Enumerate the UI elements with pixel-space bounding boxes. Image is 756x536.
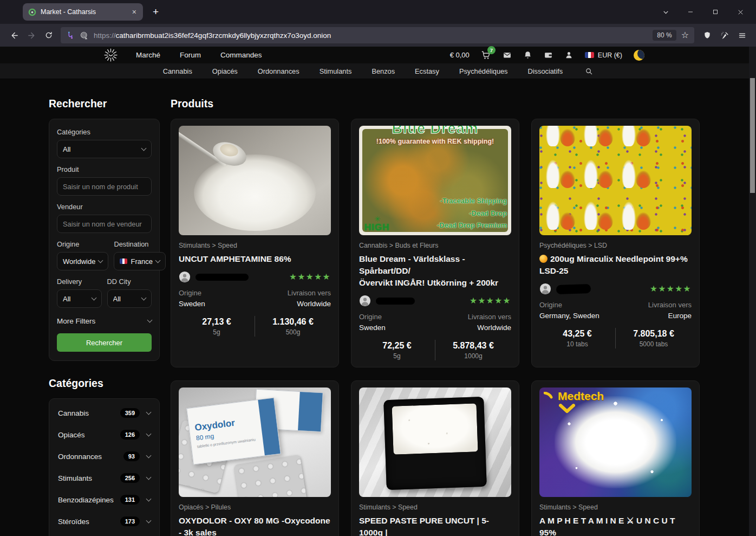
vendor-row[interactable]: ★★★★★	[179, 271, 331, 283]
product-title[interactable]: Blue Dream - Världsklass - Spårbart/DD/ …	[359, 253, 511, 289]
extension-proxy-icon[interactable]	[66, 31, 75, 40]
chevron-down-icon[interactable]	[146, 431, 152, 436]
wallet-button[interactable]	[544, 50, 553, 60]
product-card[interactable]: Blue Dream !100% guarantee with REK ship…	[351, 119, 519, 367]
maximize-button[interactable]	[703, 0, 728, 24]
sidebar-category-opiaces[interactable]: Opiacés 126	[49, 424, 159, 445]
page-scrollbar[interactable]	[749, 47, 756, 536]
catnav-stimulants[interactable]: Stimulants	[320, 67, 352, 75]
back-button[interactable]	[5, 27, 23, 43]
reload-button[interactable]	[40, 27, 57, 43]
product-title[interactable]: SPEED PASTE PURE UNCUT | 5-1000g | FREE …	[359, 515, 511, 536]
image-bullets: -Traceable Shipping -Dead Drop -Dead Dro…	[437, 195, 507, 232]
browser-tab[interactable]: Market - Catharsis ×	[23, 3, 143, 21]
destination-filter-value: France	[131, 257, 152, 266]
product-category-breadcrumb[interactable]: Opiacés > Pilules	[179, 503, 331, 511]
vendor-row[interactable]: ★★★★★	[539, 283, 692, 295]
cart-button[interactable]: 7	[481, 50, 491, 60]
product-title[interactable]: A M P H E T A M I N E ⚔ U N C U T 95%	[539, 515, 692, 536]
chevron-down-icon[interactable]	[146, 518, 152, 523]
site-logo-starburst-icon[interactable]	[104, 48, 118, 62]
product-image-medtech-amphetamine[interactable]: Medtech	[539, 388, 692, 497]
product-title[interactable]: OXYDOLOR - OXY 80 MG -Oxycodone - 3k sal…	[179, 515, 331, 536]
vendor-row[interactable]: ★★★★★	[359, 295, 511, 307]
nav-commandes[interactable]: Commandes	[220, 51, 262, 59]
nav-forum[interactable]: Forum	[180, 51, 201, 59]
messages-button[interactable]	[503, 50, 512, 60]
ddcity-filter-select[interactable]: All	[107, 289, 152, 308]
sidebar-category-ordonnances[interactable]: Ordonnances 93	[49, 445, 159, 467]
product-card[interactable]: Medtech Stimulants > Speed A M P H E T A…	[531, 380, 700, 536]
forward-button[interactable]	[23, 27, 40, 43]
product-title[interactable]: 200ug Miraculix Needlepoint 99+% LSD-25	[539, 253, 692, 277]
catnav-psychedeliques[interactable]: Psychédéliques	[459, 67, 508, 75]
search-section-title: Rechercher	[49, 98, 160, 110]
product-category-breadcrumb[interactable]: Psychédéliques > LSD	[539, 242, 692, 249]
dark-mode-moon-toggle[interactable]	[634, 50, 644, 61]
ships-to-label: Livraison vers	[648, 301, 692, 309]
close-window-button[interactable]	[728, 0, 753, 24]
tab-close-icon[interactable]: ×	[131, 8, 138, 16]
currency-selector[interactable]: EUR (€)	[585, 51, 622, 59]
catnav-cannabis[interactable]: Cannabis	[163, 67, 192, 75]
delivery-filter-select[interactable]: All	[57, 289, 102, 308]
menu-hamburger-icon[interactable]	[733, 27, 751, 43]
scrollbar-thumb[interactable]	[750, 78, 755, 193]
product-image-speed-paste[interactable]	[359, 388, 511, 497]
wallet-balance[interactable]: € 0,00	[450, 51, 470, 59]
minimize-button[interactable]	[678, 0, 703, 24]
product-category-breadcrumb[interactable]: Stimulants > Speed	[539, 503, 692, 511]
product-category-breadcrumb[interactable]: Stimulants > Speed	[359, 503, 511, 511]
ships-to-value: Europe	[648, 312, 692, 320]
catnav-opiaces[interactable]: Opiacés	[212, 67, 238, 75]
sidebar-category-steroides[interactable]: Stéroïdes 173	[49, 511, 159, 532]
tab-list-chevron-icon[interactable]	[653, 0, 678, 24]
product-image-powder-spoon[interactable]	[179, 126, 331, 235]
product-card[interactable]: Stimulants > Speed UNCUT AMPHETAMINE 86%…	[171, 119, 339, 367]
sidebar-category-ecstasy[interactable]: Ecstasy 83	[49, 532, 159, 536]
nav-marche[interactable]: Marché	[136, 51, 160, 59]
product-card[interactable]: Stimulants > Speed SPEED PASTE PURE UNCU…	[351, 380, 519, 536]
categories-filter-select[interactable]: All	[57, 140, 152, 158]
chevron-down-icon[interactable]	[146, 496, 152, 501]
url-bar[interactable]: https://catharibrmbuat2is36fef24gqf3rzcm…	[61, 27, 694, 43]
url-text[interactable]: https://catharibrmbuat2is36fef24gqf3rzcm…	[94, 31, 648, 40]
product-category-breadcrumb[interactable]: Cannabis > Buds et Fleurs	[359, 242, 511, 249]
origin-filter-select[interactable]: Worldwide	[57, 252, 108, 270]
sidebar-category-cannabis[interactable]: Cannabis 359	[49, 402, 159, 424]
product-image-blue-dream[interactable]: Blue Dream !100% guarantee with REK ship…	[359, 126, 511, 235]
price-row: 27,13 €5g 1.130,46 €500g	[179, 316, 331, 337]
product-card[interactable]: Psychédéliques > LSD 200ug Miraculix Nee…	[531, 119, 700, 367]
image-headline: Blue Dream	[359, 126, 511, 137]
sidebar-category-stimulants[interactable]: Stimulants 256	[49, 467, 159, 489]
catnav-ordonnances[interactable]: Ordonnances	[258, 67, 299, 75]
product-image-oxydolor-boxes[interactable]: Oxydolor 80 mg tabletki o przedluzonym u…	[179, 388, 331, 497]
destination-filter-select[interactable]: France	[114, 252, 165, 270]
more-filters-toggle[interactable]: More Filters	[57, 317, 152, 325]
product-card[interactable]: Oxydolor 80 mg tabletki o przedluzonym u…	[171, 380, 339, 536]
page-zoom-badge[interactable]: 80 %	[653, 30, 676, 41]
clear-data-broom-icon[interactable]	[716, 27, 733, 43]
catnav-dissociatifs[interactable]: Dissociatifs	[528, 67, 563, 75]
search-icon[interactable]	[585, 67, 593, 75]
bookmark-star-icon[interactable]: ☆	[681, 31, 689, 40]
chevron-down-icon[interactable]	[146, 409, 152, 415]
chevron-down-icon[interactable]	[146, 474, 152, 480]
catnav-benzos[interactable]: Benzos	[372, 67, 395, 75]
notifications-bell-button[interactable]	[523, 50, 532, 60]
sidebar-category-benzodiazepines[interactable]: Benzodiazépines 131	[49, 489, 159, 511]
price-low: 43,25 €	[539, 329, 615, 339]
categories-panel: Cannabis 359 Opiacés 126 Ordonnances 93 …	[49, 398, 160, 536]
shield-icon[interactable]	[699, 27, 716, 43]
product-image-lsd-blotter[interactable]	[539, 126, 692, 235]
product-search-input[interactable]	[57, 177, 152, 196]
account-button[interactable]	[564, 50, 573, 60]
product-title[interactable]: UNCUT AMPHETAMINE 86%	[179, 253, 331, 265]
onion-security-icon[interactable]	[80, 31, 89, 40]
catnav-ecstasy[interactable]: Ecstasy	[415, 67, 439, 75]
vendor-search-input[interactable]	[57, 215, 152, 233]
chevron-down-icon[interactable]	[146, 453, 152, 458]
new-tab-button[interactable]: +	[153, 6, 159, 18]
search-submit-button[interactable]: Rechercher	[57, 333, 152, 352]
product-category-breadcrumb[interactable]: Stimulants > Speed	[179, 242, 331, 249]
